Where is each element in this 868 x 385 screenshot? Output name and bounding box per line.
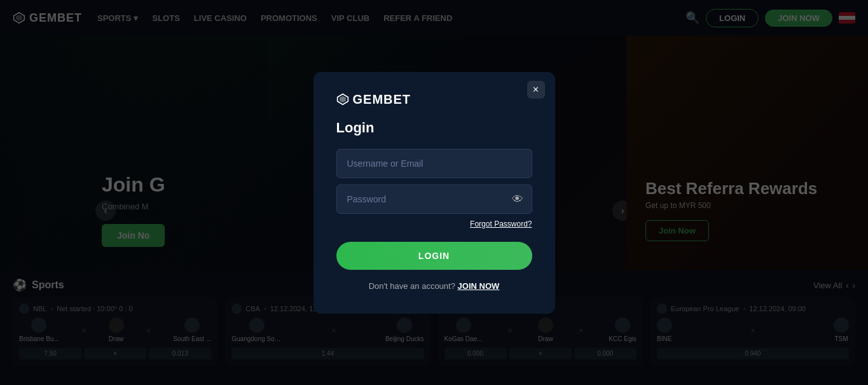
join-now-link[interactable]: JOIN NOW bbox=[458, 281, 500, 291]
modal-close-button[interactable]: × bbox=[527, 81, 545, 99]
password-field-wrapper: 👁 bbox=[336, 185, 532, 214]
modal-logo-text: GEMBET bbox=[353, 92, 411, 107]
password-toggle-icon[interactable]: 👁 bbox=[512, 192, 523, 206]
forgot-password-link[interactable]: Forgot Password? bbox=[336, 218, 532, 229]
svg-marker-3 bbox=[340, 96, 346, 102]
modal-logo: GEMBET bbox=[336, 92, 532, 107]
password-input[interactable] bbox=[336, 185, 532, 214]
login-modal: × GEMBET Login 👁 Forgot Password? LOGIN … bbox=[313, 72, 555, 314]
modal-logo-icon bbox=[336, 93, 349, 106]
register-row: Don't have an account? JOIN NOW bbox=[336, 281, 532, 291]
login-submit-button[interactable]: LOGIN bbox=[336, 242, 532, 270]
modal-title: Login bbox=[336, 120, 532, 136]
username-input[interactable] bbox=[336, 149, 532, 178]
